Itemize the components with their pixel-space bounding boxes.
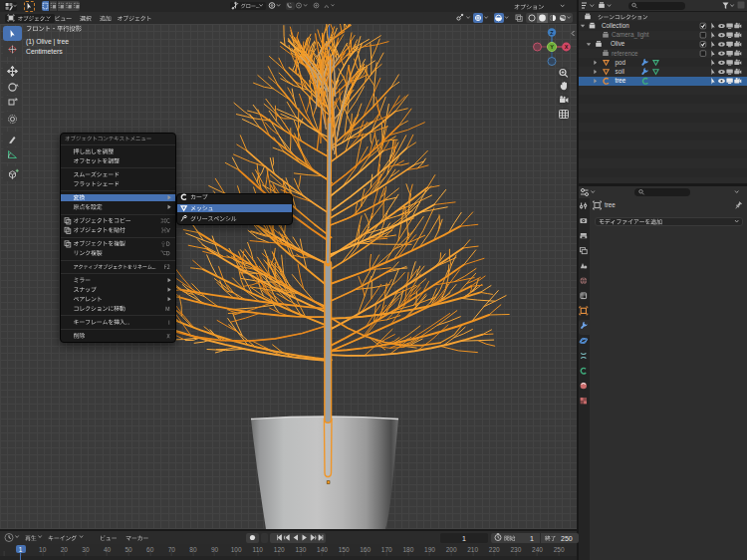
svg-text:X: X bbox=[565, 44, 569, 50]
svg-text:Y: Y bbox=[550, 44, 554, 50]
